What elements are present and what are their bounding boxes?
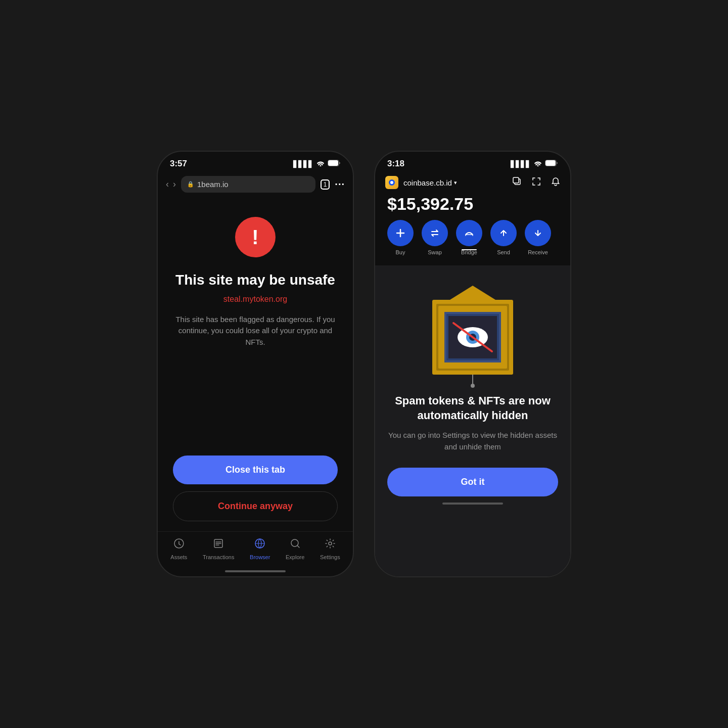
battery-icon-2 xyxy=(545,160,558,168)
swap-label: Swap xyxy=(428,249,442,255)
home-indicator-1 xyxy=(225,570,286,572)
nav-item-explore[interactable]: Explore xyxy=(286,538,304,560)
assets-icon xyxy=(173,538,185,552)
assets-label: Assets xyxy=(170,554,187,560)
modal-title: Spam tokens & NFTs are now automatically… xyxy=(387,394,558,423)
receive-label: Receive xyxy=(528,249,548,255)
nav-item-assets[interactable]: Assets xyxy=(170,538,187,560)
unsafe-description: This site has been flagged as dangerous.… xyxy=(173,314,338,348)
exclamation-icon: ! xyxy=(252,227,258,247)
send-button[interactable]: Send xyxy=(490,220,517,255)
status-icons-2: ▋▋▋▋ xyxy=(511,160,558,168)
svg-point-6 xyxy=(329,542,332,545)
phone-2: 3:18 ▋▋▋▋ xyxy=(374,151,571,577)
danger-icon: ! xyxy=(235,217,276,257)
receive-icon xyxy=(525,220,551,246)
bridge-icon xyxy=(456,220,482,246)
status-time-1: 3:57 xyxy=(170,159,187,169)
fullscreen-icon[interactable] xyxy=(532,177,541,189)
svg-rect-12 xyxy=(513,177,519,183)
site-name: coinbase.cb.id ▾ xyxy=(403,178,457,187)
swap-button[interactable]: Swap xyxy=(422,220,448,255)
settings-icon xyxy=(325,538,336,552)
copy-icon[interactable] xyxy=(513,177,522,189)
nav-item-browser[interactable]: Browser xyxy=(250,538,270,560)
back-arrow[interactable]: ‹ xyxy=(166,179,169,190)
settings-label: Settings xyxy=(320,554,340,560)
forward-arrow[interactable]: › xyxy=(173,179,176,190)
battery-icon xyxy=(328,160,341,168)
home-indicator-2 xyxy=(442,503,503,505)
bridge-button[interactable]: Bridge xyxy=(456,220,482,255)
buy-label: Buy xyxy=(396,249,405,255)
action-buttons-row: Buy Swap Bridge xyxy=(385,220,560,259)
lock-icon: 🔒 xyxy=(187,181,194,188)
got-it-button[interactable]: Got it xyxy=(387,468,558,496)
unsafe-title: This site may be unsafe xyxy=(175,271,335,289)
send-icon xyxy=(490,220,517,246)
phone-1: 3:57 ▋▋▋▋ ‹ › 🔒 1beam.io xyxy=(157,151,354,577)
receive-button[interactable]: Receive xyxy=(525,220,551,255)
nav-item-settings[interactable]: Settings xyxy=(320,538,340,560)
site-favicon xyxy=(385,176,398,189)
header-actions xyxy=(513,177,560,189)
status-time-2: 3:18 xyxy=(387,159,404,169)
more-menu-icon[interactable]: ··· xyxy=(335,178,345,190)
nav-arrows: ‹ › xyxy=(166,179,176,190)
coinbase-header: coinbase.cb.id ▾ xyxy=(375,172,570,265)
buy-button[interactable]: Buy xyxy=(387,220,414,255)
send-label: Send xyxy=(497,249,510,255)
chevron-down-icon: ▾ xyxy=(454,179,457,186)
svg-rect-24 xyxy=(472,375,473,385)
svg-rect-8 xyxy=(545,160,556,166)
unsafe-site-content: ! This site may be unsafe steal.mytoken.… xyxy=(158,197,353,531)
svg-point-25 xyxy=(471,384,475,388)
explore-icon xyxy=(290,538,301,552)
spam-illustration xyxy=(422,281,523,382)
wifi-icon xyxy=(316,160,325,168)
continue-anyway-button[interactable]: Continue anyway xyxy=(173,491,338,521)
bottom-nav: Assets Transactions Browser xyxy=(158,531,353,570)
transactions-label: Transactions xyxy=(203,554,235,560)
svg-rect-1 xyxy=(328,160,338,166)
modal-description: You can go into Settings to view the hid… xyxy=(387,430,558,452)
spam-hidden-modal: Spam tokens & NFTs are now automatically… xyxy=(375,265,570,576)
url-bar[interactable]: 🔒 1beam.io xyxy=(181,176,315,193)
svg-marker-13 xyxy=(450,286,495,300)
swap-icon xyxy=(422,220,448,246)
status-bar-1: 3:57 ▋▋▋▋ xyxy=(158,152,353,172)
explore-label: Explore xyxy=(286,554,304,560)
signal-icon: ▋▋▋▋ xyxy=(293,160,313,168)
status-bar-2: 3:18 ▋▋▋▋ xyxy=(375,152,570,172)
transactions-icon xyxy=(213,538,224,552)
wifi-icon-2 xyxy=(534,160,542,168)
notification-icon[interactable] xyxy=(551,177,560,189)
status-icons-1: ▋▋▋▋ xyxy=(293,160,341,168)
buy-icon xyxy=(387,220,414,246)
close-tab-button[interactable]: Close this tab xyxy=(173,456,338,484)
url-text: 1beam.io xyxy=(197,180,229,189)
signal-icon-2: ▋▋▋▋ xyxy=(511,160,531,168)
nav-item-transactions[interactable]: Transactions xyxy=(203,538,235,560)
browser-icon xyxy=(254,538,265,552)
browser-label: Browser xyxy=(250,554,270,560)
browser-nav: ‹ › 🔒 1beam.io 1 ··· xyxy=(158,172,353,197)
balance-display: $15,392.75 xyxy=(385,194,560,214)
site-info-row: coinbase.cb.id ▾ xyxy=(385,176,560,189)
svg-point-10 xyxy=(390,181,393,184)
unsafe-url: steal.mytoken.org xyxy=(223,295,287,304)
tab-count-icon[interactable]: 1 xyxy=(321,179,330,190)
svg-point-5 xyxy=(291,539,298,547)
